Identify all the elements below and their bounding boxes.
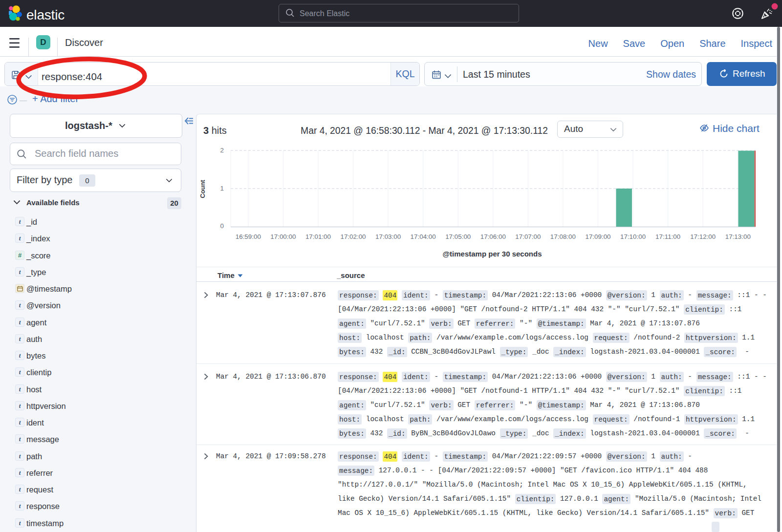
svg-text:Count: Count	[199, 180, 206, 198]
svg-text:17:07:00: 17:07:00	[515, 233, 541, 240]
svg-text:17:00:00: 17:00:00	[270, 233, 296, 240]
svg-text:17:13:00: 17:13:00	[725, 233, 751, 240]
svg-text:17:05:00: 17:05:00	[445, 233, 471, 240]
svg-text:17:09:00: 17:09:00	[585, 233, 610, 240]
svg-text:17:03:00: 17:03:00	[375, 233, 401, 240]
svg-text:17:11:00: 17:11:00	[655, 233, 680, 240]
svg-text:17:01:00: 17:01:00	[305, 233, 331, 240]
svg-text:16:59:00: 16:59:00	[236, 233, 261, 240]
svg-text:1: 1	[220, 185, 224, 192]
svg-text:17:12:00: 17:12:00	[690, 233, 716, 240]
svg-text:17:06:00: 17:06:00	[480, 233, 506, 240]
svg-text:0: 0	[220, 222, 224, 230]
svg-text:17:02:00: 17:02:00	[340, 233, 366, 240]
svg-text:2: 2	[220, 147, 224, 154]
svg-text:17:10:00: 17:10:00	[620, 233, 646, 240]
svg-text:@timestamp per 30 seconds: @timestamp per 30 seconds	[442, 250, 542, 258]
svg-text:17:04:00: 17:04:00	[411, 233, 436, 240]
svg-text:17:08:00: 17:08:00	[550, 233, 576, 240]
